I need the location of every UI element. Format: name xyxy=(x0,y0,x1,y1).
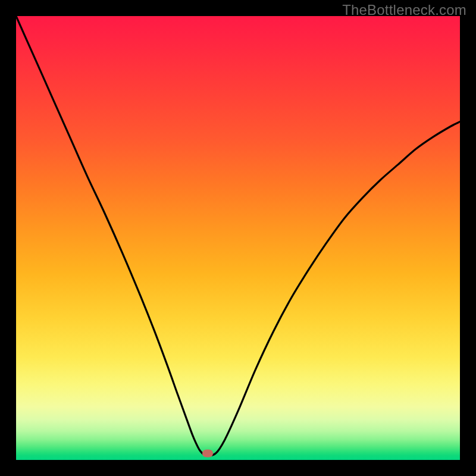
chart-outer-frame: TheBottleneck.com xyxy=(0,0,476,476)
plot-area xyxy=(16,16,460,460)
minimum-marker xyxy=(202,449,213,457)
bottleneck-curve xyxy=(16,16,460,460)
